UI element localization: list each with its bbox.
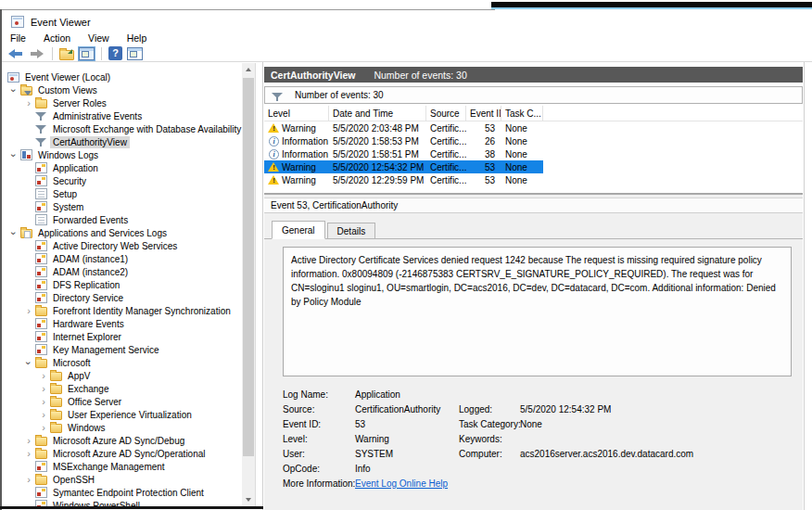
event-id-cell: 38 <box>466 149 501 159</box>
expander-icon[interactable] <box>22 435 35 447</box>
menu-view[interactable]: View <box>88 32 109 44</box>
tree-item-adam-instance1[interactable]: ADAM (instance1) <box>2 252 242 265</box>
event-viewer-icon <box>7 72 19 83</box>
tree-item-microsoft-exchange-dag[interactable]: Microsoft Exchange with Database Availab… <box>2 122 242 135</box>
tree-item-windows-logs[interactable]: Windows Logs <box>2 148 242 161</box>
scroll-up-button[interactable] <box>242 63 255 77</box>
help-icon[interactable]: ? <box>108 46 122 60</box>
tree-item-openssh[interactable]: OpenSSH <box>2 473 242 486</box>
console-window-icon[interactable] <box>79 47 95 60</box>
tree-item-label: AppV <box>65 370 93 382</box>
tree-item-certauthorityview[interactable]: CertAuthorityView <box>2 135 242 148</box>
expander-icon[interactable] <box>22 474 35 486</box>
column-header-event-id[interactable]: Event ID <box>466 106 501 121</box>
tree-item-dfs-replication[interactable]: DFS Replication <box>2 278 242 291</box>
tree-item-user-experience-virtualization[interactable]: User Experience Virtualization <box>2 408 242 421</box>
tree-item-server-roles[interactable]: Server Roles <box>2 96 242 109</box>
expander-icon[interactable] <box>22 97 35 109</box>
tree-item-adam-instance2[interactable]: ADAM (instance2) <box>2 265 242 278</box>
expander-icon[interactable] <box>22 448 35 460</box>
tree-item-administrative-events[interactable]: Administrative Events <box>2 109 242 122</box>
tree-item-label: Microsoft Azure AD Sync/Debug <box>50 435 187 447</box>
tree-item-office-server[interactable]: Office Server <box>2 395 242 408</box>
tree-item-symantec-endpoint-protection[interactable]: Symantec Endpoint Protection Client <box>2 486 242 499</box>
back-arrow-icon[interactable] <box>7 46 24 61</box>
tree-item-key-management-service[interactable]: Key Management Service <box>2 343 242 356</box>
column-header-date[interactable]: Date and Time <box>329 106 426 121</box>
event-log-icon <box>35 461 47 472</box>
event-log-icon <box>35 318 47 329</box>
tree-item-setup[interactable]: Setup <box>2 187 242 200</box>
forward-arrow-icon[interactable] <box>29 46 45 61</box>
tree-item-hardware-events[interactable]: Hardware Events <box>2 317 242 330</box>
event-row[interactable]: Information 5/5/2020 1:58:51 PM Certific… <box>264 147 543 160</box>
console-window-icon[interactable] <box>127 47 143 60</box>
tree-item-exchange[interactable]: Exchange <box>2 382 242 395</box>
filter-summary-bar[interactable]: Number of events: 30 <box>264 86 803 104</box>
tree-item-label: DFS Replication <box>50 279 122 291</box>
tree-item-forwarded-events[interactable]: Forwarded Events <box>2 213 242 226</box>
event-fields: Log Name: Application Source: Certificat… <box>283 387 793 491</box>
menu-help[interactable]: Help <box>127 32 147 44</box>
event-log-icon <box>35 331 47 342</box>
tree-item-windows[interactable]: Windows <box>2 421 242 434</box>
event-id-cell: 26 <box>466 136 501 147</box>
tree-item-azure-ad-sync-operational[interactable]: Microsoft Azure AD Sync/Operational <box>2 447 242 460</box>
expander-icon[interactable] <box>37 409 50 421</box>
tree-item-microsoft[interactable]: Microsoft <box>2 356 242 369</box>
opcode-value: Info <box>355 464 459 474</box>
tree-item-custom-views[interactable]: Custom Views <box>2 83 242 96</box>
tree-item-event-viewer-local[interactable]: Event Viewer (Local) <box>2 70 242 83</box>
event-id-label: Event ID: <box>283 419 355 429</box>
column-header-source[interactable]: Source <box>426 106 466 121</box>
expander-icon[interactable] <box>7 84 20 96</box>
event-row-selected[interactable]: Warning 5/5/2020 12:54:32 PM Certific...… <box>264 160 543 173</box>
tab-general[interactable]: General <box>272 221 325 239</box>
tree-item-msexchange-management[interactable]: MSExchange Management <box>2 460 242 473</box>
tree-scrollbar[interactable] <box>242 63 255 506</box>
expander-icon[interactable] <box>22 305 35 317</box>
tree-item-apps-services-logs[interactable]: Applications and Services Logs <box>2 226 242 239</box>
column-header-level[interactable]: Level <box>264 106 329 121</box>
tab-details[interactable]: Details <box>327 223 376 239</box>
event-row[interactable]: Information 5/5/2020 1:58:53 PM Certific… <box>264 134 543 147</box>
folder-icon <box>35 437 47 446</box>
expander-icon[interactable] <box>22 357 35 369</box>
tree-item-internet-explorer[interactable]: Internet Explorer <box>2 330 242 343</box>
log-name-label: Log Name: <box>283 389 355 400</box>
menu-file[interactable]: File <box>10 32 26 44</box>
tree-item-windows-powershell[interactable]: Windows PowerShell <box>2 499 242 506</box>
tree-item-appv[interactable]: AppV <box>2 369 242 382</box>
expander-icon[interactable] <box>7 149 20 161</box>
scrollbar-thumb[interactable] <box>243 78 254 456</box>
tree-item-azure-ad-sync-debug[interactable]: Microsoft Azure AD Sync/Debug <box>2 434 242 447</box>
tree-item-system[interactable]: System <box>2 200 242 213</box>
event-log-icon <box>35 201 47 212</box>
tree-item-forefront-identity-manager[interactable]: Forefront Identity Manager Synchronizati… <box>2 304 242 317</box>
expander-icon[interactable] <box>37 422 50 434</box>
expander-icon[interactable] <box>37 396 50 408</box>
tree-item-directory-service[interactable]: Directory Service <box>2 291 242 304</box>
tree-item-label: Directory Service <box>50 292 126 304</box>
menu-action[interactable]: Action <box>44 32 70 44</box>
information-icon <box>269 149 279 159</box>
window-title: Event Viewer <box>31 17 91 28</box>
expander-icon[interactable] <box>37 370 50 382</box>
event-row[interactable]: Warning 5/5/2020 2:03:48 PM Certific... … <box>264 121 543 134</box>
event-log-online-help-link[interactable]: Event Log Online Help <box>355 478 459 489</box>
expander-icon[interactable] <box>7 227 20 239</box>
scroll-down-button[interactable] <box>242 492 255 506</box>
show-console-tree-icon[interactable] <box>59 50 74 60</box>
computer-value: acs2016server.acs2016.dev.datacard.com <box>520 449 793 459</box>
event-row[interactable]: Warning 5/5/2020 12:29:59 PM Certific...… <box>264 173 543 186</box>
tree-item-label: Application <box>50 162 101 174</box>
column-header-task-category[interactable]: Task C... <box>501 106 543 121</box>
expander-icon[interactable] <box>37 383 50 395</box>
event-log-icon <box>35 162 47 173</box>
tree-item-application[interactable]: Application <box>2 161 242 174</box>
tree-item-security[interactable]: Security <box>2 174 242 187</box>
tree-item-ad-web-services[interactable]: Active Directory Web Services <box>2 239 242 252</box>
tree-item-label: Windows <box>65 422 108 434</box>
event-log-icon <box>35 175 47 186</box>
folder-icon <box>50 424 62 433</box>
